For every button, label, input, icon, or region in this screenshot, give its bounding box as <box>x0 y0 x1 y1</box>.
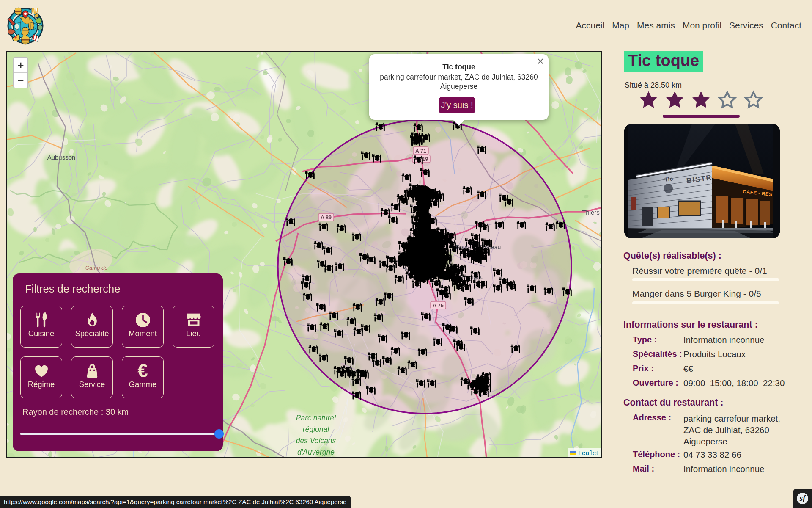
svg-text:régional: régional <box>303 425 329 433</box>
svg-text:des Volcans: des Volcans <box>296 436 336 445</box>
svg-text:Parc naturel: Parc naturel <box>296 414 336 422</box>
svg-text:T!c: T!c <box>664 175 673 183</box>
svg-text:A 71: A 71 <box>415 148 426 154</box>
svg-text:d'Auvergne: d'Auvergne <box>297 448 335 456</box>
svg-text:Aubusson: Aubusson <box>47 154 76 161</box>
svg-text:Thiers: Thiers <box>582 209 600 216</box>
svg-text:A 89: A 89 <box>321 215 332 221</box>
svg-text:A 75: A 75 <box>433 303 444 309</box>
svg-text:Camp de: Camp de <box>85 265 108 271</box>
